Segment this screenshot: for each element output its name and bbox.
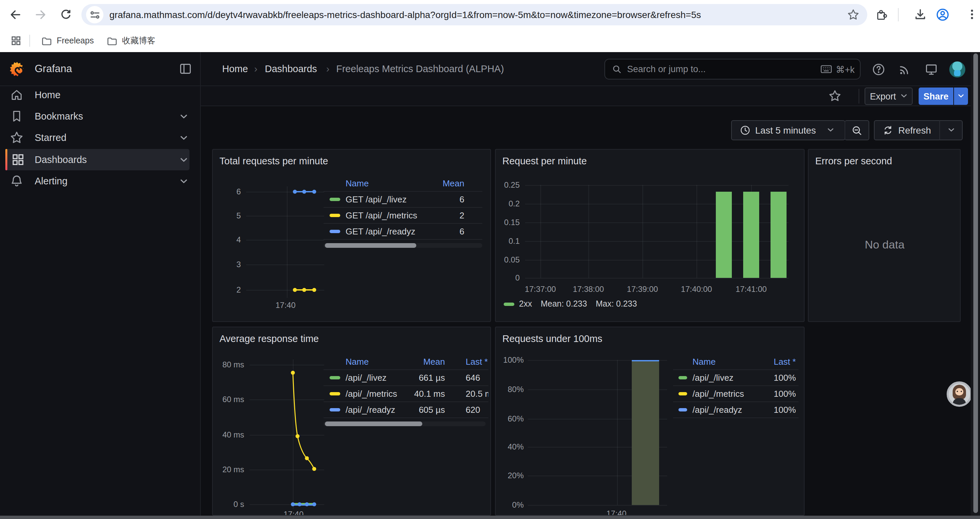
chevron-down-icon [827, 128, 834, 132]
legend-row[interactable]: GET /api/_/livez 6 [323, 192, 482, 208]
sidebar-item-alerting[interactable]: Alerting [0, 170, 200, 192]
time-range-picker[interactable]: Last 5 minutes [731, 120, 845, 140]
bar-2xx [716, 192, 732, 278]
sidebar-item-bookmarks[interactable]: Bookmarks [0, 105, 200, 127]
user-avatar[interactable] [949, 61, 965, 77]
favorite-star-icon[interactable] [829, 89, 841, 102]
legend-header: Name Last * [673, 354, 799, 370]
site-settings-icon[interactable] [86, 6, 103, 23]
breadcrumb-home[interactable]: Home [222, 64, 248, 74]
chevron-down-icon[interactable] [180, 179, 188, 184]
clock-icon [740, 125, 751, 136]
dashboards-grid-icon [11, 153, 25, 166]
y-tick: 0.2 [496, 199, 520, 208]
apps-grid-icon[interactable] [11, 35, 21, 46]
legend-row[interactable]: /api/_/readyz 605 µs 620 [323, 402, 488, 418]
legend-row[interactable]: /api/_/livez 100% [673, 370, 799, 386]
refresh-button[interactable]: Refresh [874, 120, 940, 140]
legend-row[interactable]: GET /api/_/metrics 2 [323, 208, 482, 224]
legend-row[interactable]: /api/_/metrics 40.1 ms 20.5 m [323, 386, 488, 402]
series-swatch [678, 376, 687, 379]
keyboard-icon [821, 65, 832, 73]
monitor-icon[interactable] [924, 63, 938, 76]
profile-icon[interactable] [936, 8, 949, 21]
url-bar[interactable]: grafana.mathmast.com/d/deytv4rwavabkb/fr… [81, 4, 867, 26]
panel-title[interactable]: Request per minute [502, 156, 587, 166]
legend-row[interactable]: /api/_/metrics 100% [673, 386, 799, 402]
y-tick: 80% [496, 385, 524, 394]
refresh-interval-dropdown[interactable] [939, 120, 963, 140]
sidebar-item-home[interactable]: Home [0, 84, 200, 105]
legend-row[interactable]: GET /api/_/readyz 6 [323, 224, 482, 240]
floating-assistant-avatar[interactable] [947, 382, 972, 407]
y-tick: 0.25 [496, 180, 520, 190]
legend-row[interactable]: /api/_/livez 661 µs 646 [323, 370, 488, 386]
panel-errors-per-second: Errors per second No data [808, 149, 961, 322]
no-data-message: No data [865, 238, 904, 252]
rss-news-icon[interactable] [898, 63, 911, 76]
series-swatch [329, 198, 340, 201]
star-icon [10, 131, 23, 144]
reload-icon[interactable] [60, 9, 72, 21]
extensions-icon[interactable] [875, 9, 888, 21]
dock-sidebar-icon[interactable] [179, 62, 192, 75]
back-icon[interactable] [10, 9, 21, 21]
folder-icon [41, 36, 52, 46]
legend-scrollbar[interactable] [323, 422, 486, 426]
series-swatch [329, 408, 340, 412]
legend[interactable]: 2xx Mean: 0.233 Max: 0.233 [504, 299, 637, 308]
series-swatch [329, 214, 340, 217]
chevron-down-icon [948, 128, 954, 132]
series-swatch [504, 302, 514, 306]
y-tick: 0.1 [496, 236, 520, 246]
bar-2xx [743, 192, 759, 278]
toolbar-divider [898, 8, 899, 21]
bar-2xx [770, 192, 786, 278]
dashboard-canvas: Last 5 minutes Refresh Total requests pe… [201, 106, 980, 516]
chevron-down-icon [958, 94, 964, 98]
chevron-down-icon[interactable] [180, 136, 188, 140]
x-tick: 17:40 [606, 509, 627, 516]
x-tick: 17:37:00 [525, 284, 556, 294]
sidebar-item-starred[interactable]: Starred [0, 127, 200, 148]
folder-icon [107, 36, 118, 46]
url-text[interactable]: grafana.mathmast.com/d/deytv4rwavabkb/fr… [110, 10, 701, 20]
breadcrumb-current: Freeleaps Metrics Dashboard (ALPHA) [336, 64, 504, 74]
bookmark-folder-label: Freeleaps [57, 36, 94, 45]
search-input[interactable]: Search or jump to... ⌘+k [605, 59, 861, 80]
breadcrumb-separator: › [254, 64, 258, 74]
bookmarks-divider [29, 35, 30, 47]
kebab-menu-icon[interactable] [966, 8, 978, 21]
y-tick: 0.05 [496, 255, 520, 265]
active-accent-bar [5, 149, 7, 170]
download-icon[interactable] [914, 8, 927, 21]
bookmark-folder-freeleaps[interactable]: Freeleaps [41, 34, 94, 48]
legend-header: Name Mean [323, 176, 482, 192]
export-button[interactable]: Export [865, 88, 913, 105]
scrollbar-thumb[interactable] [973, 53, 978, 513]
bookmark-star-icon[interactable] [847, 9, 859, 21]
grafana-logo-icon[interactable] [9, 61, 25, 77]
chevron-down-icon[interactable] [180, 114, 188, 119]
help-icon[interactable] [872, 63, 885, 76]
chevron-down-icon[interactable] [180, 158, 188, 162]
screen: grafana.mathmast.com/d/deytv4rwavabkb/fr… [0, 0, 980, 519]
bookmark-folder-label: 收藏博客 [122, 35, 156, 46]
legend-row[interactable]: /api/_/readyz 100% [673, 402, 799, 418]
breadcrumb-separator: › [326, 64, 329, 74]
share-dropdown-button[interactable] [954, 88, 968, 105]
panel-title[interactable]: Requests under 100ms [502, 333, 602, 344]
share-button[interactable]: Share [919, 88, 953, 105]
zoom-out-button[interactable] [845, 120, 869, 140]
series-swatch [678, 408, 687, 412]
avatar-figure [954, 70, 961, 76]
sidebar-item-dashboards[interactable]: Dashboards [0, 149, 200, 170]
breadcrumb-dashboards[interactable]: Dashboards [265, 64, 317, 74]
legend-scrollbar[interactable] [323, 243, 482, 248]
bookmark-folder-blogs[interactable]: 收藏博客 [107, 34, 156, 48]
search-shortcut: ⌘+k [821, 64, 854, 75]
series-swatch [329, 376, 340, 379]
forward-icon[interactable] [35, 9, 47, 21]
panel-title[interactable]: Errors per second [815, 156, 892, 166]
refresh-icon [883, 125, 894, 136]
